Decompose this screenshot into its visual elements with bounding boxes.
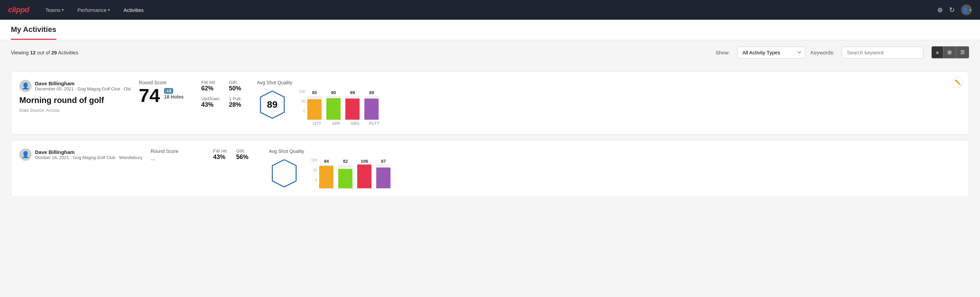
fw-gir-section-1: FW Hit 62% Up/Down 43% GIR 50% 1 Putt 28… [201,80,249,112]
avatar-1: 👤 [19,80,32,92]
bar-fill-putt [364,99,379,120]
bar-fill-ott [307,99,321,120]
user-date-1: December 05, 2021 · Gog Magog Golf Club … [35,86,131,91]
avg-shot-quality-label-1: Avg Shot Quality [257,80,293,85]
card-left-2: 👤 Dave Billingham October 16, 2021 · Gog… [19,148,143,163]
user-row-1: 👤 Dave Billingham December 05, 2021 · Go… [19,80,131,92]
bar-chart-1: 85908989 [307,89,379,120]
nav-right-actions: ⊕ ↻ 👤 ▾ [937,5,972,15]
keywords-label: Keywords: [811,50,834,55]
bar-chart-section-2: 100 50 0 948210687 [311,148,961,188]
activity-type-select[interactable]: All Activity Types [737,46,805,59]
grid-view-icon: ⊞ [947,49,952,55]
round-score-label-2: Round Score [151,148,205,154]
bar-chart-labels-1: OTTAPPARGPUTT [299,121,961,126]
app-logo[interactable]: clippd [8,5,29,14]
page-header: My Activities [0,20,980,40]
bar-col-arg: 89 [345,90,360,120]
activity-card-1: 👤 Dave Billingham December 05, 2021 · Go… [11,71,969,134]
one-putt-1: 1 Putt 28% [229,96,241,109]
bar-col-putt: 89 [364,90,379,120]
avatar-2: 👤 [19,148,32,161]
refresh-icon[interactable]: ↻ [949,6,955,14]
compact-view-icon: ☰ [960,49,965,55]
bar-col2-arg: 106 [357,159,371,188]
bar-label-ott: OTT [310,121,324,126]
up-down-1: Up/Down 43% [201,96,220,109]
avatar-chevron-icon: ▾ [969,8,971,12]
bar-chart-2: 948210687 [319,158,390,188]
score-dash-2: — [151,156,205,162]
list-view-icon: ≡ [936,50,939,55]
fw-gir-section-2: FW Hit 43% GIR 56% [213,148,261,165]
bar-label-putt: PUTT [367,121,381,126]
nav-performance[interactable]: Performance ▾ [76,5,111,15]
search-input[interactable] [842,46,923,59]
bar-col-ott: 85 [307,90,321,120]
view-list-btn[interactable]: ≡ [932,46,943,58]
bar-chart-section-1: 100 50 0 85908989 OTTAPPARGPUTT [299,80,961,126]
view-grid-btn[interactable]: ⊞ [943,46,956,58]
user-row-2: 👤 Dave Billingham October 16, 2021 · Gog… [19,148,143,161]
view-toggle: ≡ ⊞ ☰ [931,46,969,59]
page-title: My Activities [11,25,56,40]
bar-label-app: APP [329,121,343,126]
round-title-1: Morning round of golf [19,96,131,105]
user-date-2: October 16, 2021 · Gog Magog Golf Club ·… [35,155,143,160]
edit-button-1[interactable]: ✏️ [953,77,963,88]
fw-hit-2: FW Hit 43% [213,148,227,161]
activity-card-2: 👤 Dave Billingham October 16, 2021 · Gog… [11,140,969,197]
score-value-1: 74 [139,86,160,105]
fw-hit-1: FW Hit 62% [201,80,220,92]
svg-marker-1 [272,160,296,187]
avatar-person-icon-2: 👤 [22,151,29,158]
bar-value-ott: 85 [312,90,317,95]
navbar: clippd Teams ▾ Performance ▾ Activities … [0,0,980,20]
bar-col-app: 90 [326,90,340,120]
toolbar: Viewing 12 out of 29 Activities Show: Al… [0,40,980,65]
viewing-count: 12 [30,50,36,55]
bar-label-arg: ARG [348,121,362,126]
view-compact-btn[interactable]: ☰ [956,46,969,58]
viewing-text: Viewing 12 out of 29 Activities [11,50,78,55]
user-name-2: Dave Billingham [35,149,143,155]
bar-col2-ott: 94 [319,159,334,188]
hexagon-svg-2 [269,158,299,188]
teams-chevron-icon: ▾ [62,8,64,12]
user-name-1: Dave Billingham [35,81,131,86]
bar-value-app: 90 [331,90,336,95]
add-icon[interactable]: ⊕ [937,6,943,14]
card-left-1: 👤 Dave Billingham December 05, 2021 · Go… [19,80,131,113]
hexagon-value-1: 89 [267,99,277,110]
avg-shot-quality-label-2: Avg Shot Quality [269,148,304,154]
show-label: Show: [716,50,730,55]
nav-activities[interactable]: Activities [122,5,145,15]
gir-1: GIR 50% [229,80,241,92]
round-score-section-2: Round Score — [151,148,205,162]
score-big-1: 74 +4 18 Holes [139,86,193,105]
bar-col2-putt: 87 [376,159,390,188]
score-badge-1: +4 [164,88,173,94]
bar-fill-arg [345,99,360,120]
hexagon-1: 89 [257,89,288,120]
user-avatar-menu[interactable]: 👤 ▾ [961,5,972,15]
bar-value-putt: 89 [369,90,374,95]
bar-value-arg: 89 [350,90,355,95]
data-source-1: Data Source: Arccos [19,108,131,113]
avatar-icon: 👤 [962,7,969,13]
gir-2: GIR 56% [236,148,248,161]
activities-list: 👤 Dave Billingham December 05, 2021 · Go… [0,65,980,209]
quality-section-1: Avg Shot Quality 89 100 50 0 [257,80,961,126]
viewing-total: 29 [51,50,57,55]
chart-y-axis-2: 100 50 0 [311,158,319,188]
nav-teams[interactable]: Teams ▾ [44,5,65,15]
round-score-section-1: Round Score 74 +4 18 Holes [139,80,193,105]
quality-section-2: Avg Shot Quality 100 50 0 9 [269,148,961,188]
score-holes-1: 18 Holes [164,94,184,99]
avatar-person-icon: 👤 [22,82,29,90]
hexagon-2 [269,158,299,188]
bar-col2-app: 82 [338,159,353,188]
bar-fill-app [326,98,340,120]
chart-y-axis: 100 50 0 [299,89,307,120]
performance-chevron-icon: ▾ [108,8,110,12]
